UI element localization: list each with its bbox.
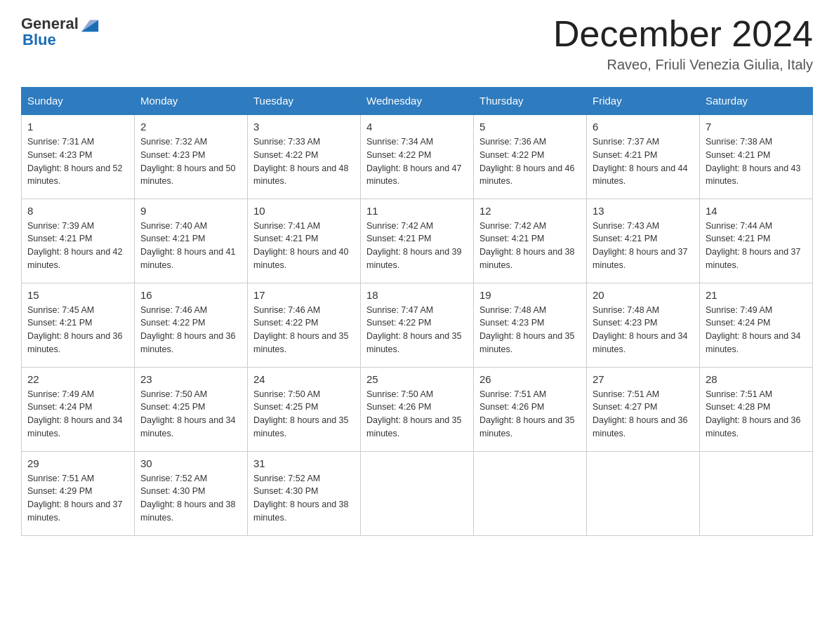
day-number: 24 — [253, 373, 355, 385]
col-saturday: Saturday — [700, 88, 813, 115]
calendar-day-cell: 1 Sunrise: 7:31 AM Sunset: 4:23 PM Dayli… — [22, 114, 135, 199]
day-info: Sunrise: 7:46 AM Sunset: 4:22 PM Dayligh… — [253, 304, 355, 356]
day-info: Sunrise: 7:43 AM Sunset: 4:21 PM Dayligh… — [593, 220, 694, 272]
calendar-day-cell: 23 Sunrise: 7:50 AM Sunset: 4:25 PM Dayl… — [135, 367, 248, 451]
calendar-week-row: 8 Sunrise: 7:39 AM Sunset: 4:21 PM Dayli… — [22, 199, 813, 283]
day-info: Sunrise: 7:32 AM Sunset: 4:23 PM Dayligh… — [140, 135, 241, 188]
col-monday: Monday — [135, 88, 248, 115]
day-number: 11 — [366, 205, 468, 217]
calendar-week-row: 29 Sunrise: 7:51 AM Sunset: 4:29 PM Dayl… — [22, 451, 813, 535]
day-number: 18 — [366, 289, 468, 301]
day-number: 31 — [253, 457, 355, 469]
day-info: Sunrise: 7:42 AM Sunset: 4:21 PM Dayligh… — [366, 220, 468, 272]
day-info: Sunrise: 7:46 AM Sunset: 4:22 PM Dayligh… — [140, 304, 241, 356]
month-year-title: December 2024 — [105, 14, 813, 54]
calendar-day-cell: 22 Sunrise: 7:49 AM Sunset: 4:24 PM Dayl… — [22, 367, 135, 451]
calendar-day-cell: 31 Sunrise: 7:52 AM Sunset: 4:30 PM Dayl… — [248, 451, 361, 535]
day-info: Sunrise: 7:41 AM Sunset: 4:21 PM Dayligh… — [253, 220, 355, 272]
day-info: Sunrise: 7:34 AM Sunset: 4:22 PM Dayligh… — [366, 135, 468, 188]
calendar-header-row: Sunday Monday Tuesday Wednesday Thursday… — [22, 88, 813, 115]
calendar-day-cell: 25 Sunrise: 7:50 AM Sunset: 4:26 PM Dayl… — [361, 367, 474, 451]
day-info: Sunrise: 7:50 AM Sunset: 4:26 PM Dayligh… — [366, 388, 468, 441]
calendar-day-cell: 12 Sunrise: 7:42 AM Sunset: 4:21 PM Dayl… — [474, 199, 587, 283]
calendar-day-cell: 5 Sunrise: 7:36 AM Sunset: 4:22 PM Dayli… — [474, 114, 587, 199]
day-info: Sunrise: 7:44 AM Sunset: 4:21 PM Dayligh… — [706, 220, 807, 272]
calendar-day-cell: 16 Sunrise: 7:46 AM Sunset: 4:22 PM Dayl… — [135, 283, 248, 367]
day-number: 21 — [706, 289, 807, 301]
day-number: 14 — [706, 205, 807, 217]
calendar-day-cell — [587, 451, 700, 535]
day-number: 28 — [706, 373, 807, 385]
day-number: 5 — [479, 121, 581, 133]
day-number: 17 — [253, 289, 355, 301]
calendar-day-cell: 19 Sunrise: 7:48 AM Sunset: 4:23 PM Dayl… — [474, 283, 587, 367]
calendar-day-cell: 11 Sunrise: 7:42 AM Sunset: 4:21 PM Dayl… — [361, 199, 474, 283]
calendar-day-cell: 7 Sunrise: 7:38 AM Sunset: 4:21 PM Dayli… — [700, 114, 813, 199]
calendar-day-cell: 8 Sunrise: 7:39 AM Sunset: 4:21 PM Dayli… — [22, 199, 135, 283]
location-subtitle: Raveo, Friuli Venezia Giulia, Italy — [105, 57, 813, 73]
day-info: Sunrise: 7:31 AM Sunset: 4:23 PM Dayligh… — [27, 135, 128, 188]
calendar-day-cell: 29 Sunrise: 7:51 AM Sunset: 4:29 PM Dayl… — [22, 451, 135, 535]
day-number: 29 — [27, 457, 128, 469]
day-info: Sunrise: 7:33 AM Sunset: 4:22 PM Dayligh… — [253, 135, 355, 188]
day-number: 20 — [593, 289, 694, 301]
calendar-day-cell: 28 Sunrise: 7:51 AM Sunset: 4:28 PM Dayl… — [700, 367, 813, 451]
col-tuesday: Tuesday — [248, 88, 361, 115]
day-info: Sunrise: 7:40 AM Sunset: 4:21 PM Dayligh… — [140, 220, 241, 272]
day-number: 25 — [366, 373, 468, 385]
day-number: 6 — [593, 121, 694, 133]
calendar-day-cell: 24 Sunrise: 7:50 AM Sunset: 4:25 PM Dayl… — [248, 367, 361, 451]
calendar-day-cell: 3 Sunrise: 7:33 AM Sunset: 4:22 PM Dayli… — [248, 114, 361, 199]
logo-arrow-icon — [80, 14, 100, 34]
calendar-day-cell — [700, 451, 813, 535]
calendar-week-row: 1 Sunrise: 7:31 AM Sunset: 4:23 PM Dayli… — [22, 114, 813, 199]
day-number: 12 — [479, 205, 581, 217]
day-number: 19 — [479, 289, 581, 301]
calendar-day-cell: 26 Sunrise: 7:51 AM Sunset: 4:26 PM Dayl… — [474, 367, 587, 451]
day-number: 26 — [479, 373, 581, 385]
day-info: Sunrise: 7:45 AM Sunset: 4:21 PM Dayligh… — [27, 304, 128, 356]
calendar-day-cell: 10 Sunrise: 7:41 AM Sunset: 4:21 PM Dayl… — [248, 199, 361, 283]
day-info: Sunrise: 7:47 AM Sunset: 4:22 PM Dayligh… — [366, 304, 468, 356]
day-number: 22 — [27, 373, 128, 385]
day-number: 16 — [140, 289, 241, 301]
day-info: Sunrise: 7:49 AM Sunset: 4:24 PM Dayligh… — [27, 388, 128, 441]
day-info: Sunrise: 7:50 AM Sunset: 4:25 PM Dayligh… — [253, 388, 355, 441]
title-area: December 2024 Raveo, Friuli Venezia Giul… — [105, 14, 813, 73]
calendar-day-cell — [361, 451, 474, 535]
day-number: 3 — [253, 121, 355, 133]
calendar-day-cell: 6 Sunrise: 7:37 AM Sunset: 4:21 PM Dayli… — [587, 114, 700, 199]
logo: General Blue — [21, 14, 105, 49]
calendar-day-cell: 27 Sunrise: 7:51 AM Sunset: 4:27 PM Dayl… — [587, 367, 700, 451]
day-info: Sunrise: 7:38 AM Sunset: 4:21 PM Dayligh… — [706, 135, 807, 188]
day-info: Sunrise: 7:42 AM Sunset: 4:21 PM Dayligh… — [479, 220, 581, 272]
calendar-day-cell: 30 Sunrise: 7:52 AM Sunset: 4:30 PM Dayl… — [135, 451, 248, 535]
day-info: Sunrise: 7:51 AM Sunset: 4:29 PM Dayligh… — [27, 472, 128, 525]
day-info: Sunrise: 7:52 AM Sunset: 4:30 PM Dayligh… — [140, 472, 241, 525]
calendar-day-cell: 4 Sunrise: 7:34 AM Sunset: 4:22 PM Dayli… — [361, 114, 474, 199]
col-thursday: Thursday — [474, 88, 587, 115]
day-info: Sunrise: 7:49 AM Sunset: 4:24 PM Dayligh… — [706, 304, 807, 356]
calendar-day-cell: 20 Sunrise: 7:48 AM Sunset: 4:23 PM Dayl… — [587, 283, 700, 367]
day-info: Sunrise: 7:36 AM Sunset: 4:22 PM Dayligh… — [479, 135, 581, 188]
day-number: 13 — [593, 205, 694, 217]
calendar-day-cell: 2 Sunrise: 7:32 AM Sunset: 4:23 PM Dayli… — [135, 114, 248, 199]
day-number: 8 — [27, 205, 128, 217]
col-friday: Friday — [587, 88, 700, 115]
calendar-day-cell: 18 Sunrise: 7:47 AM Sunset: 4:22 PM Dayl… — [361, 283, 474, 367]
calendar-day-cell: 17 Sunrise: 7:46 AM Sunset: 4:22 PM Dayl… — [248, 283, 361, 367]
day-number: 4 — [366, 121, 468, 133]
calendar-day-cell — [474, 451, 587, 535]
calendar-day-cell: 21 Sunrise: 7:49 AM Sunset: 4:24 PM Dayl… — [700, 283, 813, 367]
day-info: Sunrise: 7:37 AM Sunset: 4:21 PM Dayligh… — [593, 135, 694, 188]
day-number: 1 — [27, 121, 128, 133]
col-sunday: Sunday — [22, 88, 135, 115]
calendar-day-cell: 15 Sunrise: 7:45 AM Sunset: 4:21 PM Dayl… — [22, 283, 135, 367]
calendar-week-row: 22 Sunrise: 7:49 AM Sunset: 4:24 PM Dayl… — [22, 367, 813, 451]
day-info: Sunrise: 7:50 AM Sunset: 4:25 PM Dayligh… — [140, 388, 241, 441]
day-number: 9 — [140, 205, 241, 217]
calendar-day-cell: 9 Sunrise: 7:40 AM Sunset: 4:21 PM Dayli… — [135, 199, 248, 283]
day-number: 30 — [140, 457, 241, 469]
logo-blue: Blue — [22, 31, 56, 49]
col-wednesday: Wednesday — [361, 88, 474, 115]
